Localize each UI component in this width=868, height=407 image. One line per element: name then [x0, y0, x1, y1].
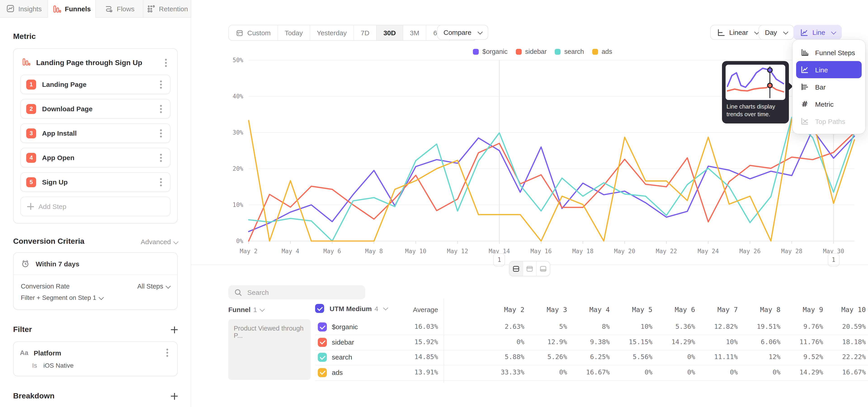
range-30d[interactable]: 30D: [377, 25, 403, 40]
date-column-header[interactable]: May 8: [735, 306, 780, 314]
kebab-menu-icon[interactable]: [160, 84, 162, 85]
kebab-menu-icon[interactable]: [160, 132, 162, 134]
menu-item-line[interactable]: Line: [796, 61, 862, 78]
kebab-menu-icon[interactable]: [166, 352, 168, 354]
day-value: 12.82%: [692, 323, 738, 330]
tab-flows[interactable]: Flows: [96, 0, 144, 17]
row-checkbox[interactable]: [318, 338, 327, 347]
date-column-header[interactable]: May 10: [820, 306, 866, 314]
svg-text:20%: 20%: [232, 165, 243, 172]
layout-toggle-group: [509, 261, 550, 276]
filter-property-row[interactable]: Aa Platform: [13, 346, 177, 359]
compare-button[interactable]: Compare: [437, 25, 488, 40]
legend-swatch: [555, 49, 561, 55]
flows-icon: [104, 4, 113, 13]
funnel-title-row[interactable]: Landing Page through Sign Up: [20, 56, 170, 74]
row-checkbox[interactable]: [318, 368, 327, 377]
row-checkbox[interactable]: [318, 322, 327, 332]
day-value: 20.59%: [820, 323, 866, 330]
range-3m[interactable]: 3M: [403, 25, 427, 40]
tooltip-preview-chart: [725, 65, 785, 100]
add-breakdown-button[interactable]: [171, 393, 178, 400]
date-column-header[interactable]: May 6: [650, 306, 695, 314]
chart-view-button[interactable]: [523, 261, 537, 276]
breakdown-column-header[interactable]: UTM Medium4: [315, 304, 387, 313]
select-all-checkbox[interactable]: [315, 304, 324, 313]
chevron-down-icon: [383, 305, 388, 310]
chart-type-dropdown[interactable]: Line: [794, 25, 842, 40]
report-type-tabbar: InsightsFunnelsFlowsRetention: [0, 0, 191, 18]
tab-insights[interactable]: Insights: [0, 0, 48, 17]
table-row-ads[interactable]: ads 13.91%33.33%0%16.67%0%0%0%0%14.29%16…: [315, 365, 868, 380]
table-search-input[interactable]: Search: [228, 285, 365, 300]
svg-text:May 16: May 16: [530, 248, 552, 255]
retention-icon: [146, 4, 155, 13]
filter-condition-row[interactable]: Is iOS Native: [13, 359, 177, 371]
day-value: 0%: [479, 338, 524, 345]
kebab-menu-icon[interactable]: [160, 181, 162, 183]
table-row-search[interactable]: search 14.85%5.88%5.26%6.25%5.56%0%11.11…: [315, 350, 868, 366]
tab-retention[interactable]: Retention: [144, 0, 191, 17]
split-view-icon: [512, 265, 520, 273]
add-filter-button[interactable]: [171, 326, 178, 333]
funnel-step-card[interactable]: 3 App Install: [20, 123, 170, 143]
svg-text:May 12: May 12: [447, 248, 468, 255]
day-value: 16.67%: [565, 368, 610, 376]
funnel-step-card[interactable]: 2 Download Page: [20, 99, 170, 119]
scale-dropdown[interactable]: Linear: [710, 25, 765, 40]
step-number-badge: 5: [26, 177, 36, 187]
menu-item-funnel-steps[interactable]: Funnel Steps: [796, 44, 862, 61]
date-column-header[interactable]: May 5: [607, 306, 652, 314]
day-value: 14.29%: [650, 338, 695, 345]
tab-funnels[interactable]: Funnels: [48, 0, 96, 18]
table-row-sidebar[interactable]: sidebar 15.92%0%12.9%9.38%15.15%14.29%10…: [315, 335, 868, 350]
range-today[interactable]: Today: [278, 25, 310, 40]
table-view-button[interactable]: [537, 261, 550, 276]
funnel-column-header[interactable]: Funnel1: [228, 306, 264, 313]
day-value: 14.29%: [778, 368, 823, 376]
funnel-step-card[interactable]: 5 Sign Up: [20, 172, 170, 192]
add-step-button[interactable]: Add Step: [20, 197, 170, 216]
day-value: 10%: [607, 323, 652, 330]
search-placeholder: Search: [247, 288, 269, 296]
day-value: 5.36%: [650, 323, 695, 330]
granularity-dropdown[interactable]: Day: [758, 25, 794, 40]
average-column-header[interactable]: Average: [393, 306, 438, 313]
range-yesterday[interactable]: Yesterday: [310, 25, 354, 40]
row-label: sidebar: [332, 338, 354, 346]
menu-item-bar[interactable]: Bar: [796, 78, 862, 95]
svg-text:May 22: May 22: [656, 248, 677, 255]
kebab-menu-icon[interactable]: [160, 157, 162, 158]
table-row-organic[interactable]: $organic 16.03%2.63%5%8%10%5.36%12.82%19…: [315, 319, 868, 335]
date-column-header[interactable]: May 2: [479, 306, 524, 314]
conversion-window-row[interactable]: Within 7 days: [13, 253, 177, 275]
kebab-menu-icon[interactable]: [160, 108, 162, 109]
metric-icon: #: [800, 99, 810, 108]
chevron-down-icon: [99, 295, 104, 300]
line-chart-icon: [800, 28, 809, 37]
day-value: 0%: [692, 368, 738, 376]
funnel-step-card[interactable]: 1 Landing Page: [20, 74, 170, 94]
funnel-step-card[interactable]: 4 App Open: [20, 148, 170, 167]
metric-heading: Metric: [13, 32, 178, 41]
filter-segment-dropdown[interactable]: Filter + Segment on Step 1: [21, 294, 103, 301]
all-steps-dropdown[interactable]: All Steps: [137, 283, 170, 290]
kebab-menu-icon[interactable]: [165, 62, 167, 64]
range-7d[interactable]: 7D: [354, 25, 377, 40]
menu-item-metric[interactable]: #Metric: [796, 95, 862, 113]
line-chart-icon: [800, 65, 810, 74]
advanced-dropdown[interactable]: Advanced: [141, 238, 178, 245]
day-value: 5%: [522, 323, 567, 330]
date-column-header[interactable]: May 3: [522, 306, 567, 314]
date-column-header[interactable]: May 9: [778, 306, 823, 314]
row-checkbox[interactable]: [318, 353, 327, 362]
day-value: 5.56%: [607, 353, 652, 361]
date-column-header[interactable]: May 4: [565, 306, 610, 314]
funnel-name-cell[interactable]: Product Viewed through P...: [228, 319, 311, 380]
range-custom[interactable]: Custom: [229, 25, 278, 40]
split-view-button[interactable]: [509, 261, 523, 276]
funnel-steps-list: 1 Landing Page 2 Download Page 3 App Ins…: [20, 74, 170, 192]
average-value: 14.85%: [393, 353, 438, 361]
funnel-steps-icon: [800, 48, 810, 57]
date-column-header[interactable]: May 7: [692, 306, 738, 314]
